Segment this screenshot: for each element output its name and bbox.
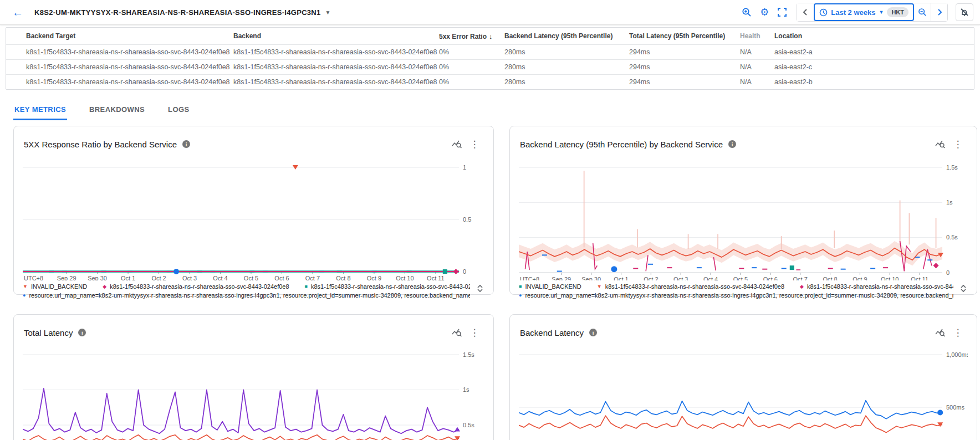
tab-logs[interactable]: LOGS [167, 103, 190, 120]
legend-item[interactable]: ◆k8s1-1f5c4833-r-shareasia-ns-r-shareasi… [103, 283, 289, 290]
cell-health: N/A [740, 78, 774, 86]
time-range-selector[interactable]: Last 2 weeks ▼ HKT [814, 3, 914, 21]
info-icon[interactable]: i [589, 329, 597, 336]
time-range-caret-icon: ▼ [879, 9, 884, 15]
legend-marker-icon: ◆ [103, 284, 106, 289]
sort-desc-icon[interactable]: ↓ [489, 32, 493, 40]
fullscreen-button[interactable] [773, 3, 791, 21]
search-logs-button[interactable] [738, 3, 756, 21]
legend-item[interactable]: ■k8s1-1f5c4833-r-shareasia-ns-r-shareasi… [305, 283, 470, 290]
svg-text:Oct 7: Oct 7 [793, 276, 808, 280]
svg-text:0: 0 [463, 268, 466, 275]
cell-error_ratio: 0% [439, 78, 504, 86]
cell-location: asia-east2-b [774, 78, 974, 86]
svg-text:Sep 29: Sep 29 [57, 275, 76, 280]
title-dropdown-icon[interactable]: ▼ [325, 9, 331, 16]
legend-expand-button[interactable] [477, 284, 483, 295]
backend-table-body: k8s1-1f5c4833-r-shareasia-ns-r-shareasia… [6, 44, 974, 89]
backend-latency-chart[interactable]: 1,000ms500ms [519, 346, 968, 440]
explore-chart-button[interactable] [931, 135, 949, 153]
col-backend[interactable]: Backend [233, 32, 439, 40]
info-icon[interactable]: i [78, 329, 86, 336]
timezone-badge: HKT [887, 7, 908, 17]
col-backend-latency[interactable]: Backend Latency (95th Percentile) [504, 32, 629, 40]
legend-label: resource.url_map_name=k8s2-um-mktyysyx-r… [29, 292, 470, 299]
legend-item[interactable]: ▼INVALID_BACKEND [23, 283, 87, 290]
chart-title: Backend Latency (95th Percentile) by Bac… [520, 140, 723, 149]
chart-menu-button[interactable]: ⋮ [949, 135, 967, 153]
tab-breakdowns[interactable]: BREAKDOWNS [88, 103, 146, 120]
legend-item[interactable]: ▼k8s1-1f5c4833-r-shareasia-ns-r-shareasi… [597, 283, 784, 290]
svg-text:0.5s: 0.5s [946, 234, 958, 241]
svg-text:1s: 1s [463, 386, 469, 393]
cell-backend: k8s1-1f5c4833-r-shareasia-ns-r-shareasia… [233, 48, 439, 56]
tab-key-metrics[interactable]: KEY METRICS [13, 103, 67, 120]
total-latency-chart[interactable]: 1.5s1s0.5s [23, 346, 484, 440]
zoom-out-time-button[interactable] [914, 3, 931, 21]
table-row[interactable]: k8s1-1f5c4833-r-shareasia-ns-r-shareasia… [6, 44, 974, 59]
explore-chart-button[interactable] [448, 135, 466, 153]
legend-label: k8s1-1f5c4833-r-shareasia-ns-r-shareasia… [605, 283, 784, 290]
explore-chart-button[interactable] [448, 324, 466, 341]
backend-latency-p95-chart[interactable]: 1.5s1s0.5s0UTC+8Sep 29Sep 30Oct 1Oct 2Oc… [519, 157, 968, 280]
svg-text:Oct 9: Oct 9 [367, 275, 381, 280]
time-forward-button[interactable] [931, 3, 947, 21]
svg-text:0: 0 [946, 269, 950, 276]
svg-text:Sep 30: Sep 30 [88, 275, 107, 280]
col-location[interactable]: Location [774, 32, 974, 40]
col-error-ratio[interactable]: 5xx Error Ratio↓ [439, 32, 504, 40]
legend-label: resource.url_map_name=k8s2-um-mktyysyx-r… [525, 292, 953, 299]
svg-text:Oct 3: Oct 3 [182, 275, 197, 280]
table-row[interactable]: k8s1-1f5c4833-r-shareasia-ns-r-shareasia… [6, 59, 974, 74]
chart-menu-button[interactable]: ⋮ [466, 324, 483, 341]
chart-legend: ■INVALID_BACKEND▼k8s1-1f5c4833-r-shareas… [519, 282, 968, 300]
svg-text:Oct 10: Oct 10 [881, 276, 899, 280]
alerts-off-button[interactable] [956, 3, 973, 21]
info-icon[interactable]: i [182, 140, 190, 148]
time-range-label: Last 2 weeks [831, 8, 875, 17]
zoom-out-icon [917, 7, 927, 17]
cell-location: asia-east2-a [774, 48, 974, 56]
5xx-ratio-chart[interactable]: 10.50UTC+8Sep 29Sep 30Oct 1Oct 2Oct 3Oct… [23, 157, 484, 280]
panel-total-latency: Total Latency i ⋮ 1.5s1s0.5s [13, 314, 494, 440]
info-icon[interactable]: i [728, 140, 736, 148]
chart-menu-button[interactable]: ⋮ [466, 135, 483, 153]
cell-total_latency: 294ms [629, 48, 740, 56]
col-total-latency[interactable]: Total Latency (95th Percentile) [629, 32, 740, 40]
time-back-button[interactable] [797, 3, 814, 21]
cell-backend_latency: 280ms [504, 63, 629, 71]
kebab-icon: ⋮ [470, 140, 479, 149]
kebab-icon: ⋮ [953, 140, 963, 149]
settings-button[interactable]: ⚙ [756, 3, 773, 21]
chart-menu-button[interactable]: ⋮ [949, 324, 967, 341]
legend-expand-button[interactable] [960, 284, 967, 295]
legend-marker-icon: ▼ [23, 284, 28, 289]
cell-backend_latency: 280ms [504, 78, 629, 86]
svg-text:1,000ms: 1,000ms [946, 351, 968, 358]
cell-health: N/A [740, 63, 774, 71]
back-button[interactable]: ← [9, 3, 27, 21]
chart-zoom-icon [452, 140, 462, 149]
table-row[interactable]: k8s1-1f5c4833-r-shareasia-ns-r-shareasia… [6, 74, 974, 89]
chart-legend: ▼INVALID_BACKEND◆k8s1-1f5c4833-r-shareas… [23, 282, 484, 300]
col-health[interactable]: Health [740, 32, 774, 40]
legend-label: INVALID_BACKEND [525, 283, 581, 290]
col-backend-target[interactable]: Backend Target [26, 32, 233, 40]
svg-text:0.5s: 0.5s [463, 422, 474, 428]
chart-title: Total Latency [24, 328, 73, 337]
chart-title: 5XX Response Ratio by Backend Service [24, 140, 177, 149]
cell-error_ratio: 0% [439, 48, 504, 56]
legend-item[interactable]: ●resource.url_map_name=k8s2-um-mktyysyx-… [519, 292, 953, 299]
explore-chart-button[interactable] [931, 324, 949, 341]
legend-item[interactable]: ■INVALID_BACKEND [519, 283, 581, 290]
svg-text:UTC+8: UTC+8 [24, 275, 43, 280]
app-bar: ← K8S2-UM-MKTYYSYX-R-SHAREASIA-NS-R-SHAR… [0, 0, 980, 25]
search-icon [741, 7, 752, 18]
cell-total_latency: 294ms [629, 78, 740, 86]
svg-text:Oct 11: Oct 11 [427, 275, 445, 280]
svg-text:Oct 10: Oct 10 [396, 275, 414, 280]
legend-item[interactable]: ◆k8s1-1f5c4833-r-shareasia-ns-r-shareasi… [800, 283, 953, 290]
legend-item[interactable]: ●resource.url_map_name=k8s2-um-mktyysyx-… [23, 292, 470, 299]
fullscreen-icon [777, 7, 787, 17]
legend-label: INVALID_BACKEND [31, 283, 87, 290]
